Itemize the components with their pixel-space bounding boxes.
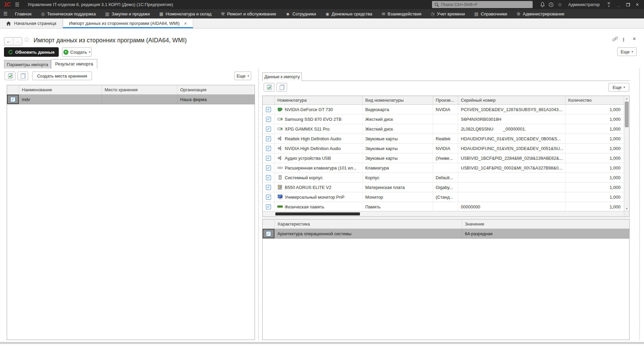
table-row[interactable]: ✓Расширенная клавиатура (101 ил...Клавиа… [263,163,624,173]
column-header[interactable]: Серийный номер [458,96,566,104]
refresh-data-button[interactable]: Обновить данные [4,47,59,57]
scrollbar-thumb[interactable] [275,212,360,215]
table-row[interactable]: ✓Физическая памятьПамять000000001,000 [263,202,624,212]
back-button[interactable]: ← [4,38,13,45]
tab-home-page[interactable]: Начальная страница [0,18,63,28]
table-row[interactable]: ✓Realtek High Definition AudioЗвуковые к… [263,134,624,144]
menubar-item-справочники[interactable]: ▤Справочники [474,11,507,16]
menubar-item-главное[interactable]: Главное [15,11,32,16]
table-row[interactable]: ✓NVIDIA High Definition AudioЗвуковые ка… [263,144,624,153]
menubar-item-денежные-средства[interactable]: ◉Денежные средства [325,11,372,16]
table-row[interactable]: ✓Универсальный монитор PnPМонитор(Станд.… [263,192,624,202]
row-checkbox[interactable]: ✓ [266,231,271,236]
restore-button[interactable] [623,0,633,9]
menubar-item-ремонт-и-обслуживание[interactable]: ⚒Ремонт и обслуживание [221,11,276,16]
horizontal-scrollbar[interactable] [263,211,624,216]
checkbox-cell[interactable]: ✓ [263,202,275,211]
uncheck-all-button[interactable] [17,71,28,80]
main-menu-icon[interactable]: ☰ [15,2,19,8]
table-row[interactable]: ✓XPG GAMMIX S11 ProЖесткий диск2L082LQ6S… [263,124,624,134]
horizontal-splitter[interactable] [262,218,630,218]
menubar-item-учет-времени[interactable]: ◷Учет времени [431,11,465,16]
column-header[interactable]: Характеристика [275,219,462,229]
row-checkbox[interactable]: ✓ [266,195,271,200]
checkbox-cell[interactable]: ✓ [7,95,19,104]
scroll-up-icon[interactable]: ▲ [624,96,629,101]
create-storage-button[interactable]: Создать места хранения [32,71,92,80]
checkbox-cell[interactable]: ✓ [263,192,275,202]
check-all-button[interactable] [5,71,15,80]
row-checkbox[interactable]: ✓ [266,136,271,141]
menubar-item-взаимодействия[interactable]: ✉Взаимодействия [382,11,422,16]
checkbox-cell[interactable]: ✓ [263,229,275,238]
checkbox-cell[interactable]: ✓ [263,114,275,124]
checkbox-cell[interactable]: ✓ [263,105,275,114]
row-checkbox[interactable]: ✓ [266,127,271,132]
tab-import-params[interactable]: Параметры импорта [4,60,51,68]
page-more-button[interactable]: Еще ▾ [617,47,637,56]
vertical-scrollbar[interactable]: ▲ ▼ [624,96,629,211]
checkbox-cell[interactable]: ✓ [263,183,275,192]
user-menu-icon[interactable]: ≡▾ [604,2,614,7]
minimize-button[interactable]: _ [614,0,623,9]
scroll-down-icon[interactable]: ▼ [624,206,629,211]
add-favorite-star-icon[interactable]: ☆ [23,36,30,44]
create-button[interactable]: + Создать ▾ [62,47,92,57]
row-checkbox[interactable]: ✓ [10,97,15,102]
row-checkbox[interactable]: ✓ [266,204,271,209]
user-name[interactable]: Администратор [564,2,604,7]
history-icon[interactable] [547,0,555,9]
scrollbar-thumb[interactable] [625,102,629,127]
row-checkbox[interactable]: ✓ [266,146,271,151]
table-row[interactable]: ✓Архитектура операционной системы64-разр… [263,229,629,239]
row-checkbox[interactable]: ✓ [266,117,271,122]
row-checkbox[interactable]: ✓ [266,107,271,112]
checkbox-cell[interactable]: ✓ [263,163,275,172]
tab-import-result[interactable]: Результат импорта [51,59,97,68]
favorites-star-icon[interactable]: ☆ [555,0,564,9]
menubar-item-техническая-поддержка[interactable]: ◎Техническая поддержка [41,11,96,16]
panel-splitter[interactable] [258,69,259,340]
search-input[interactable] [441,2,530,7]
checkbox-cell[interactable]: ✓ [263,144,275,153]
uncheck-all-button[interactable] [276,83,287,92]
column-header[interactable]: Количество [566,96,624,104]
row-checkbox[interactable]: ✓ [266,156,271,161]
menubar-item-сотрудники[interactable]: ☻Сотрудники [285,11,316,16]
row-checkbox[interactable]: ✓ [266,185,271,190]
row-checkbox[interactable]: ✓ [266,175,271,180]
checkbox-cell[interactable]: ✓ [263,173,275,182]
menubar-item-номенклатура-и-склад[interactable]: ▦Номенклатура и склад [159,11,212,16]
tab-import-data[interactable]: Импорт данных из сторонних программ (AID… [63,18,193,28]
left-more-button[interactable]: Еще ▾ [234,71,251,80]
column-header[interactable]: Наименование [19,85,102,94]
close-window-button[interactable]: × [633,0,642,9]
row-checkbox[interactable]: ✓ [266,165,271,170]
sections-menu-icon[interactable]: ☰ [3,11,8,16]
kebab-menu-icon[interactable]: ⋮ [621,37,626,42]
table-row[interactable]: ✓Системный корпусКорпусDefault...1,000 [263,173,624,183]
menubar-item-закупки-и-продажи[interactable]: ▥Закупки и продажи [105,11,150,16]
check-all-button[interactable] [264,83,274,92]
close-form-icon[interactable]: × [633,36,636,42]
tab-close-icon[interactable]: × [184,21,187,26]
checkbox-cell[interactable]: ✓ [263,153,275,163]
table-row[interactable]: ✓Samsung SSD 870 EVO 2TBЖесткий дискS6P4… [263,114,624,124]
right-splitter[interactable] [639,69,640,340]
checkbox-cell[interactable]: ✓ [263,134,275,143]
column-header[interactable]: Номенклатура [275,96,363,104]
column-header[interactable]: Организация [177,85,255,94]
column-header[interactable]: Произв... [433,96,458,104]
notifications-bell-icon[interactable] [538,0,547,9]
global-search[interactable] [432,1,533,8]
right-more-button[interactable]: Еще ▾ [608,83,629,92]
column-header[interactable]: Место хранения [102,85,177,94]
column-header[interactable]: Вид номенклатуры [363,96,433,104]
tab-import-data-page[interactable]: Данные к импорту [262,72,302,81]
table-row[interactable]: ✓Аудио устройства USBЗвуковые карты(Унив… [263,153,624,163]
table-row[interactable]: ✓B550 AORUS ELITE V2Материнская платаGig… [263,183,624,192]
table-row[interactable]: ✓mdvНаша фирма [7,95,255,104]
table-row[interactable]: ✓NVIDIA GeForce GT 730ВидеокартаNVIDIAPC… [263,105,624,114]
column-header[interactable]: Значение [462,219,629,229]
checkbox-cell[interactable]: ✓ [263,124,275,134]
